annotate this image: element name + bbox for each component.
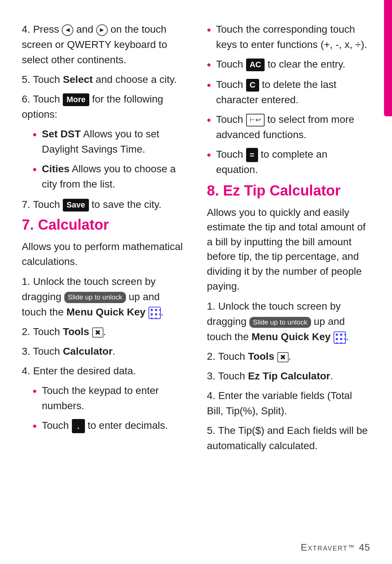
calc-step-1: 1. Unlock the touch screen by dragging S… [22,274,185,320]
step-4: 4. Press ◄ and ► on the touch screen or … [22,22,185,68]
calculator-intro: Allows you to perform mathematical calcu… [22,239,185,269]
left-column: 4. Press ◄ and ► on the touch screen or … [22,22,185,535]
bullet-equals: • Touch = to complete an equation. [207,147,370,177]
c-button-badge: C [246,79,259,92]
footer-trademark: ™ [348,544,355,551]
ez-tip-intro: Allows you to quickly and easily estimat… [207,205,370,294]
step-7: 7. Touch Save to save the city. [22,197,185,212]
right-arrow-icon: ► [96,24,108,36]
pink-sidebar-bar [384,0,392,116]
bullet-dot: • [207,113,211,128]
step-5: 5. Touch Select and choose a city. [22,72,185,87]
calc-step-2: 2. Touch Tools ✖. [22,324,185,339]
ez-tip-step-2: 2. Touch Tools ✖. [207,349,370,364]
calculator-heading: 7. Calculator [22,217,185,233]
left-arrow-icon: ◄ [62,24,73,36]
tools-icon: ✖ [92,327,103,338]
slide-unlock-badge: Slide up to unlock [64,292,126,303]
step-6-bullets: • Set DST Allows you to set Daylight Sav… [33,126,185,192]
bullet-dot: • [207,57,211,73]
bullet-dot: • [207,148,211,163]
ez-tip-step-5: 5. The Tip($) and Each fields will be au… [207,423,370,454]
bullet-keypad: • Touch the keypad to enter numbers. [33,383,185,414]
ez-tip-step-3: 3. Touch Ez Tip Calculator. [207,368,370,384]
ez-tip-step-1: 1. Unlock the touch screen by dragging S… [207,299,370,345]
footer: Extravert™ 45 [0,542,392,553]
calc-step-3: 3. Touch Calculator. [22,344,185,359]
bullet-c: • Touch C to delete the last character e… [207,77,370,108]
calc-continued-bullets: • Touch the corresponding touch keys to … [207,22,370,177]
bullet-decimal: • Touch . to enter decimals. [33,418,185,434]
bullet-dot: • [207,23,211,38]
more-button-badge: More [63,93,89,106]
advanced-fn-icon: ⊢↩ [246,114,265,126]
ac-button-badge: AC [246,59,265,71]
step-6: 6. Touch More for the following options: [22,92,185,122]
bullet-dot: • [33,384,37,399]
right-column: • Touch the corresponding touch keys to … [207,22,370,535]
bullet-dot: • [33,162,37,177]
bullet-cities: • Cities Allows you to choose a city fro… [33,161,185,192]
bullet-setdst: • Set DST Allows you to set Daylight Sav… [33,126,185,157]
ez-tip-step-4: 4. Enter the variable fields (Total Bill… [207,388,370,419]
bullet-adv-fn: • Touch ⊢↩ to select from more advanced … [207,112,370,142]
calc-step-4: 4. Enter the desired data. [22,363,185,379]
ez-slide-unlock-badge: Slide up to unlock [249,317,311,328]
bullet-ac: • Touch AC to clear the entry. [207,57,370,73]
ez-tools-icon: ✖ [277,352,289,362]
equals-button-badge: = [246,148,258,162]
ez-tip-heading: 8. Ez Tip Calculator [207,182,370,199]
footer-page-number: 45 [359,542,370,553]
bullet-dot: • [33,419,37,434]
decimal-button-badge: . [72,419,85,433]
calc-bullets: • Touch the keypad to enter numbers. • T… [33,383,185,434]
bullet-dot: • [33,127,37,142]
bullet-dot: • [207,78,211,93]
bullet-touch-keys: • Touch the corresponding touch keys to … [207,22,370,52]
ez-menu-quick-key-icon [334,331,346,344]
menu-quick-key-icon [148,307,161,319]
footer-brand: Extravert [301,542,348,553]
save-button-badge: Save [63,199,89,212]
